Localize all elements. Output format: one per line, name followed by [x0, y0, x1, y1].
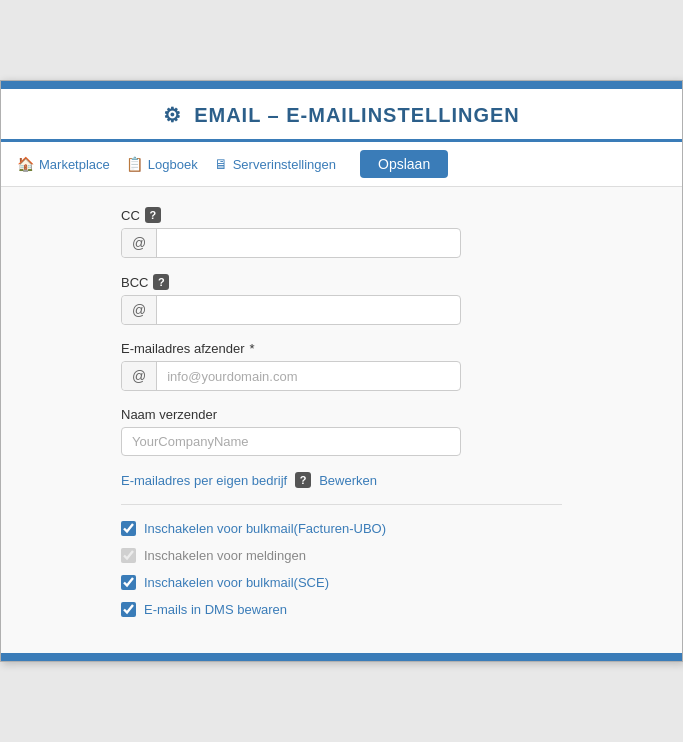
email-afzender-label-row: E-mailadres afzender * [121, 341, 562, 356]
logboek-icon: 📋 [126, 156, 143, 172]
bcc-input-wrapper: @ [121, 295, 461, 325]
home-icon: 🏠 [17, 156, 34, 172]
nav-marketplace-label: Marketplace [39, 157, 110, 172]
nav-marketplace[interactable]: 🏠 Marketplace [17, 156, 110, 172]
email-afzender-at-symbol: @ [122, 362, 157, 390]
checkbox-cb2[interactable] [121, 548, 136, 563]
cc-input-wrapper: @ [121, 228, 461, 258]
naam-verzender-label: Naam verzender [121, 407, 217, 422]
naam-verzender-input[interactable] [121, 427, 461, 456]
checkbox-cb1[interactable] [121, 521, 136, 536]
checkbox-label-cb3: Inschakelen voor bulkmail(SCE) [144, 575, 329, 590]
bcc-label: BCC [121, 275, 148, 290]
naam-verzender-label-row: Naam verzender [121, 407, 562, 422]
nav-serverinstellingen-label: Serverinstellingen [233, 157, 336, 172]
nav-bar: 🏠 Marketplace 📋 Logboek 🖥 Serverinstelli… [1, 142, 682, 187]
cc-label-row: CC ? [121, 207, 562, 223]
nav-serverinstellingen[interactable]: 🖥 Serverinstellingen [214, 156, 336, 172]
naam-verzender-group: Naam verzender [121, 407, 562, 456]
form-content: CC ? @ BCC ? @ E-mailadres afzender * [1, 187, 682, 653]
bewerken-link[interactable]: Bewerken [319, 473, 377, 488]
gear-icon: ⚙ [163, 104, 182, 126]
cc-help-badge[interactable]: ? [145, 207, 161, 223]
checkbox-item: Inschakelen voor bulkmail(SCE) [121, 575, 562, 590]
checkbox-cb4[interactable] [121, 602, 136, 617]
email-per-bedrijf-help-badge[interactable]: ? [295, 472, 311, 488]
email-per-bedrijf-label: E-mailadres per eigen bedrijf [121, 473, 287, 488]
bcc-label-row: BCC ? [121, 274, 562, 290]
checkbox-group: Inschakelen voor bulkmail(Facturen-UBO)I… [121, 521, 562, 633]
bcc-input[interactable] [157, 297, 460, 324]
checkbox-label-cb1: Inschakelen voor bulkmail(Facturen-UBO) [144, 521, 386, 536]
checkbox-item: Inschakelen voor bulkmail(Facturen-UBO) [121, 521, 562, 536]
cc-input[interactable] [157, 230, 460, 257]
checkbox-item: Inschakelen voor meldingen [121, 548, 562, 563]
bottom-bar [1, 653, 682, 661]
required-star: * [250, 341, 255, 356]
checkbox-item: E-mails in DMS bewaren [121, 602, 562, 617]
main-window: ⚙ Email – E-mailinstellingen 🏠 Marketpla… [0, 80, 683, 662]
checkbox-label-cb4: E-mails in DMS bewaren [144, 602, 287, 617]
nav-logboek-label: Logboek [148, 157, 198, 172]
email-afzender-label: E-mailadres afzender [121, 341, 245, 356]
top-bar [1, 81, 682, 89]
bcc-at-symbol: @ [122, 296, 157, 324]
email-afzender-input-wrapper: @ [121, 361, 461, 391]
email-per-bedrijf-row: E-mailadres per eigen bedrijf ? Bewerken [121, 472, 562, 488]
cc-at-symbol: @ [122, 229, 157, 257]
server-icon: 🖥 [214, 156, 228, 172]
bcc-help-badge[interactable]: ? [153, 274, 169, 290]
divider [121, 504, 562, 505]
cc-group: CC ? @ [121, 207, 562, 258]
save-button[interactable]: Opslaan [360, 150, 448, 178]
email-afzender-input[interactable] [157, 363, 460, 390]
page-title: Email – E-mailinstellingen [194, 104, 520, 126]
checkbox-cb3[interactable] [121, 575, 136, 590]
cc-label: CC [121, 208, 140, 223]
checkbox-label-cb2: Inschakelen voor meldingen [144, 548, 306, 563]
email-afzender-group: E-mailadres afzender * @ [121, 341, 562, 391]
header-title-section: ⚙ Email – E-mailinstellingen [1, 89, 682, 142]
bcc-group: BCC ? @ [121, 274, 562, 325]
nav-logboek[interactable]: 📋 Logboek [126, 156, 198, 172]
